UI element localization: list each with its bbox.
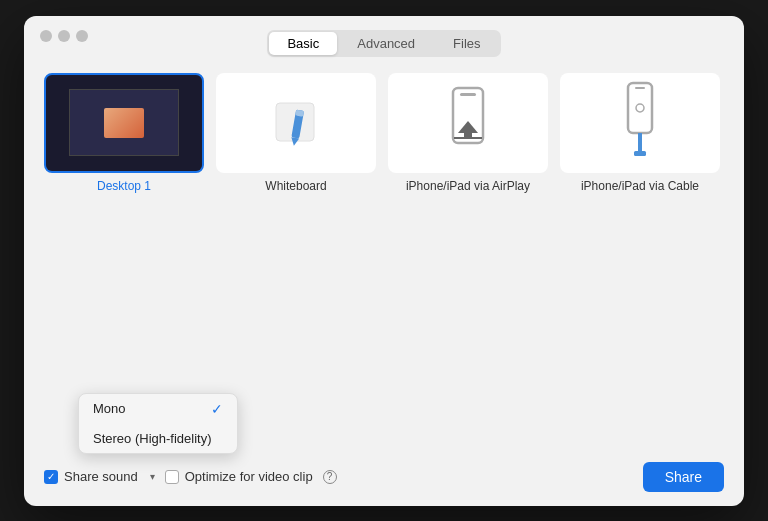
svg-rect-12 — [634, 151, 646, 156]
share-sound-checkbox-label[interactable]: ✓ Share sound — [44, 469, 138, 484]
svg-rect-11 — [638, 133, 642, 151]
mono-label: Mono — [93, 401, 126, 416]
dropdown-item-stereo[interactable]: Stereo (High-fidelity) — [79, 424, 237, 453]
svg-rect-5 — [460, 93, 476, 96]
share-sound-label: Share sound — [64, 469, 138, 484]
tab-files[interactable]: Files — [435, 32, 498, 55]
desktop-mini-image — [104, 108, 144, 138]
optimize-checkbox[interactable] — [165, 470, 179, 484]
check-icon: ✓ — [47, 471, 55, 482]
source-item-cable[interactable]: iPhone/iPad via Cable — [560, 73, 720, 193]
mono-check-icon: ✓ — [211, 401, 223, 417]
source-item-airplay[interactable]: iPhone/iPad via AirPlay — [388, 73, 548, 193]
stereo-label: Stereo (High-fidelity) — [93, 431, 212, 446]
airplay-icon — [438, 83, 498, 163]
share-screen-dialog: Basic Advanced Files Desktop 1 — [24, 16, 744, 506]
dropdown-item-mono[interactable]: Mono ✓ — [79, 394, 237, 424]
desktop-inner — [69, 89, 178, 156]
tab-advanced[interactable]: Advanced — [339, 32, 433, 55]
tab-bar: Basic Advanced Files — [267, 30, 500, 57]
cable-thumbnail[interactable] — [560, 73, 720, 173]
optimize-label: Optimize for video clip — [185, 469, 313, 484]
cable-label: iPhone/iPad via Cable — [581, 179, 699, 193]
help-icon[interactable]: ? — [323, 470, 337, 484]
whiteboard-label: Whiteboard — [265, 179, 326, 193]
audio-dropdown-menu: Mono ✓ Stereo (High-fidelity) — [78, 393, 238, 454]
svg-marker-6 — [458, 121, 478, 133]
maximize-button[interactable] — [76, 30, 88, 42]
airplay-thumbnail[interactable] — [388, 73, 548, 173]
traffic-lights — [40, 30, 88, 42]
source-item-whiteboard[interactable]: Whiteboard — [216, 73, 376, 193]
optimize-checkbox-label[interactable]: Optimize for video clip — [165, 469, 313, 484]
share-sound-checkbox[interactable]: ✓ — [44, 470, 58, 484]
dialog-header: Basic Advanced Files — [24, 16, 744, 57]
whiteboard-thumbnail[interactable] — [216, 73, 376, 173]
close-button[interactable] — [40, 30, 52, 42]
desktop1-label: Desktop 1 — [97, 179, 151, 193]
desktop-preview — [46, 75, 202, 171]
source-grid: Desktop 1 Whiteboard — [44, 73, 724, 193]
dropdown-arrow-icon[interactable]: ▾ — [150, 471, 155, 482]
svg-rect-7 — [464, 133, 472, 137]
airplay-label: iPhone/iPad via AirPlay — [406, 179, 530, 193]
pencil-icon — [271, 98, 321, 148]
svg-rect-10 — [635, 87, 645, 89]
desktop1-thumbnail[interactable] — [44, 73, 204, 173]
minimize-button[interactable] — [58, 30, 70, 42]
tab-basic[interactable]: Basic — [269, 32, 337, 55]
svg-point-13 — [636, 104, 644, 112]
footer: ✓ Share sound ▾ Optimize for video clip … — [24, 452, 744, 506]
share-button[interactable]: Share — [643, 462, 724, 492]
svg-rect-9 — [628, 83, 652, 133]
source-item-desktop1[interactable]: Desktop 1 — [44, 73, 204, 193]
cable-icon — [610, 78, 670, 168]
